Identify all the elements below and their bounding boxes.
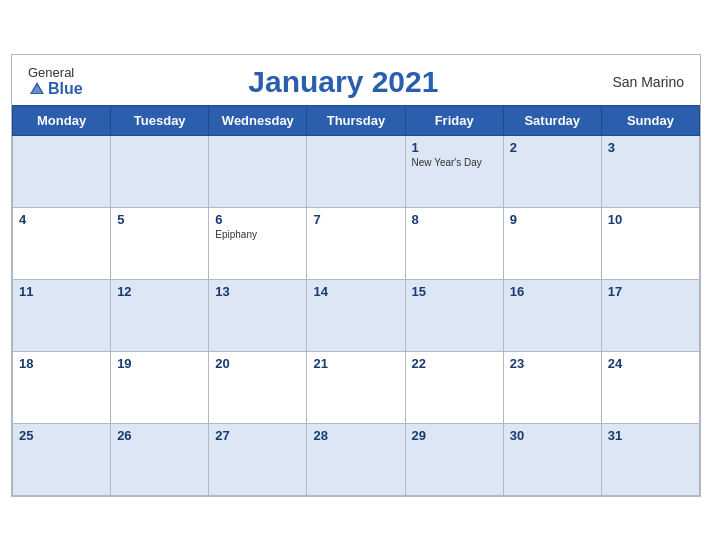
day-header-sunday: Sunday <box>601 105 699 135</box>
calendar-cell: 12 <box>111 279 209 351</box>
day-number: 12 <box>117 284 202 299</box>
day-number: 3 <box>608 140 693 155</box>
calendar-cell: 28 <box>307 423 405 495</box>
day-number: 30 <box>510 428 595 443</box>
calendar-cell: 18 <box>13 351 111 423</box>
calendar-cell: 30 <box>503 423 601 495</box>
calendar-header: General Blue January 2021 San Marino <box>12 55 700 105</box>
day-header-friday: Friday <box>405 105 503 135</box>
day-header-wednesday: Wednesday <box>209 105 307 135</box>
calendar-cell <box>307 135 405 207</box>
day-number: 26 <box>117 428 202 443</box>
calendar-cell <box>111 135 209 207</box>
week-row-1: 1New Year's Day23 <box>13 135 700 207</box>
calendar-cell: 1New Year's Day <box>405 135 503 207</box>
day-header-saturday: Saturday <box>503 105 601 135</box>
calendar-container: General Blue January 2021 San Marino Mon… <box>11 54 701 497</box>
day-header-tuesday: Tuesday <box>111 105 209 135</box>
calendar-title: January 2021 <box>83 65 604 99</box>
day-number: 8 <box>412 212 497 227</box>
day-number: 2 <box>510 140 595 155</box>
calendar-cell: 23 <box>503 351 601 423</box>
calendar-cell <box>13 135 111 207</box>
holiday-label: Epiphany <box>215 229 300 240</box>
day-number: 7 <box>313 212 398 227</box>
day-number: 10 <box>608 212 693 227</box>
calendar-cell: 27 <box>209 423 307 495</box>
country-name: San Marino <box>604 74 684 90</box>
calendar-cell: 11 <box>13 279 111 351</box>
calendar-cell: 15 <box>405 279 503 351</box>
day-number: 22 <box>412 356 497 371</box>
calendar-cell: 26 <box>111 423 209 495</box>
day-number: 25 <box>19 428 104 443</box>
day-number: 17 <box>608 284 693 299</box>
calendar-cell: 20 <box>209 351 307 423</box>
day-number: 6 <box>215 212 300 227</box>
calendar-cell: 6Epiphany <box>209 207 307 279</box>
day-number: 27 <box>215 428 300 443</box>
calendar-cell: 21 <box>307 351 405 423</box>
day-number: 16 <box>510 284 595 299</box>
calendar-cell: 7 <box>307 207 405 279</box>
day-number: 19 <box>117 356 202 371</box>
calendar-cell: 13 <box>209 279 307 351</box>
day-number: 31 <box>608 428 693 443</box>
day-number: 4 <box>19 212 104 227</box>
day-number: 1 <box>412 140 497 155</box>
calendar-cell: 24 <box>601 351 699 423</box>
calendar-cell: 25 <box>13 423 111 495</box>
calendar-cell: 5 <box>111 207 209 279</box>
logo-icon <box>28 80 46 98</box>
calendar-cell: 14 <box>307 279 405 351</box>
day-number: 29 <box>412 428 497 443</box>
logo: General Blue <box>28 65 83 98</box>
calendar-cell: 9 <box>503 207 601 279</box>
day-number: 18 <box>19 356 104 371</box>
day-number: 24 <box>608 356 693 371</box>
day-number: 28 <box>313 428 398 443</box>
calendar-cell: 4 <box>13 207 111 279</box>
logo-general-text: General <box>28 65 74 80</box>
calendar-cell: 31 <box>601 423 699 495</box>
day-number: 14 <box>313 284 398 299</box>
logo-blue-text: Blue <box>28 80 83 98</box>
calendar-cell: 17 <box>601 279 699 351</box>
day-header-monday: Monday <box>13 105 111 135</box>
calendar-cell: 2 <box>503 135 601 207</box>
day-number: 9 <box>510 212 595 227</box>
week-row-3: 11121314151617 <box>13 279 700 351</box>
calendar-cell: 19 <box>111 351 209 423</box>
calendar-cell: 10 <box>601 207 699 279</box>
day-number: 13 <box>215 284 300 299</box>
day-number: 15 <box>412 284 497 299</box>
holiday-label: New Year's Day <box>412 157 497 168</box>
calendar-cell: 22 <box>405 351 503 423</box>
week-row-5: 25262728293031 <box>13 423 700 495</box>
calendar-cell: 29 <box>405 423 503 495</box>
calendar-cell: 16 <box>503 279 601 351</box>
calendar-grid: MondayTuesdayWednesdayThursdayFridaySatu… <box>12 105 700 496</box>
week-row-2: 456Epiphany78910 <box>13 207 700 279</box>
calendar-cell: 8 <box>405 207 503 279</box>
calendar-cell: 3 <box>601 135 699 207</box>
calendar-cell <box>209 135 307 207</box>
week-row-4: 18192021222324 <box>13 351 700 423</box>
day-headers-row: MondayTuesdayWednesdayThursdayFridaySatu… <box>13 105 700 135</box>
day-number: 23 <box>510 356 595 371</box>
day-number: 11 <box>19 284 104 299</box>
day-header-thursday: Thursday <box>307 105 405 135</box>
day-number: 5 <box>117 212 202 227</box>
day-number: 20 <box>215 356 300 371</box>
day-number: 21 <box>313 356 398 371</box>
